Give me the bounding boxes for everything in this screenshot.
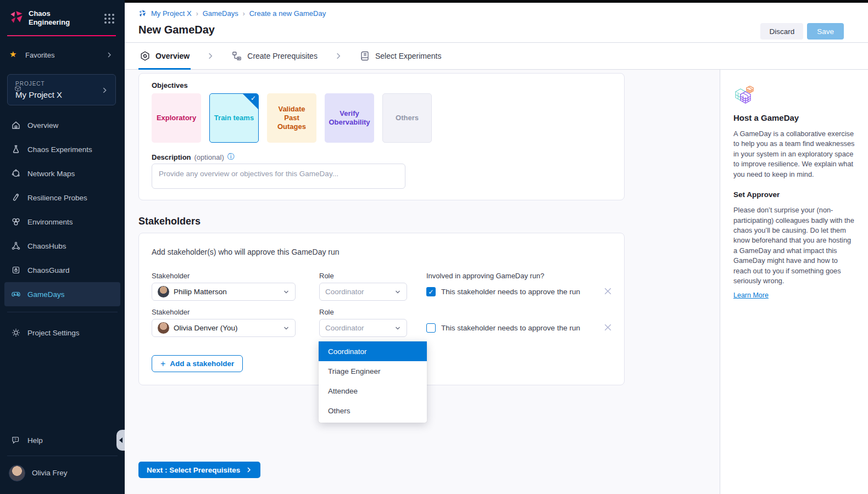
role-select-2[interactable]: Coordinator xyxy=(319,319,407,337)
main-content: Objectives Exploratory Train teams ✓ Val… xyxy=(125,70,720,494)
discard-button[interactable]: Discard xyxy=(760,23,803,40)
breadcrumb-current[interactable]: Create a new GameDay xyxy=(249,9,326,18)
learn-more-link[interactable]: Learn More xyxy=(733,291,769,299)
sidebar-item-overview[interactable]: Overview xyxy=(0,113,125,137)
chevron-right-icon xyxy=(101,87,108,94)
objective-label: Exploratory xyxy=(157,114,196,122)
brand-title: Chaos Engineering xyxy=(29,9,70,26)
sidebar-item-gamedays[interactable]: GameDays xyxy=(4,282,120,306)
role-option-others[interactable]: Others xyxy=(319,401,427,420)
objective-label: Validate Past Outages xyxy=(270,105,314,132)
svg-text:?: ? xyxy=(14,437,16,441)
sidebar-item-chaoshubs[interactable]: ChaosHubs xyxy=(0,234,125,258)
app-grid-icon[interactable] xyxy=(104,14,114,24)
approve-checkbox-row-1[interactable]: ✓ This stakeholder needs to approve the … xyxy=(426,287,580,296)
stakeholders-heading: Stakeholders xyxy=(138,216,201,227)
help-panel-title: Host a GameDay xyxy=(733,113,855,122)
role-value: Coordinator xyxy=(325,324,390,332)
help-panel: Host a GameDay A GameDay is a collaborat… xyxy=(720,70,868,494)
sidebar-item-label: Help xyxy=(27,436,43,445)
help-panel-subtitle: Set Approver xyxy=(733,190,855,199)
role-option-triage-engineer[interactable]: Triage Engineer xyxy=(319,361,427,381)
brand: Chaos Engineering xyxy=(0,9,125,27)
breadcrumb-project[interactable]: My Project X xyxy=(151,9,192,18)
sidebar-item-project-settings[interactable]: Project Settings xyxy=(0,321,125,345)
sidebar-nav: Overview Chaos Experiments Network Maps … xyxy=(0,113,125,318)
sidebar-item-label: Chaos Experiments xyxy=(27,145,92,154)
stakeholder-select-1[interactable]: Philip Matterson xyxy=(152,283,296,301)
network-icon xyxy=(11,169,21,178)
sidebar-item-chaos-experiments[interactable]: Chaos Experiments xyxy=(0,137,125,161)
project-selector[interactable]: PROJECT My Project X xyxy=(7,74,116,105)
involved-column-label: Involved in approving GameDay run? xyxy=(426,272,544,280)
chevron-down-icon xyxy=(394,325,401,332)
star-icon: ★ xyxy=(9,49,16,59)
tab-create-prerequisites[interactable]: Create Prerequisites xyxy=(230,43,319,69)
approve-label: This stakeholder needs to approve the ru… xyxy=(441,324,580,332)
sidebar-item-environments[interactable]: Environments xyxy=(0,210,125,234)
chevron-right-icon xyxy=(207,43,214,69)
role-select-1[interactable]: Coordinator xyxy=(319,283,407,301)
sidebar-item-network-maps[interactable]: Network Maps xyxy=(0,161,125,186)
objective-exploratory[interactable]: Exploratory xyxy=(152,93,201,143)
remove-stakeholder-1-icon[interactable] xyxy=(603,287,613,296)
checkbox-unchecked-icon[interactable] xyxy=(426,323,436,333)
sidebar-item-resilience-probes[interactable]: Resilience Probes xyxy=(0,186,125,210)
sidebar-item-help[interactable]: ? Help xyxy=(0,428,125,452)
sidebar-item-label: Environments xyxy=(27,218,73,226)
role-column-label: Role xyxy=(319,308,334,316)
guard-icon xyxy=(11,265,21,275)
objective-others[interactable]: Others xyxy=(382,93,432,143)
environments-icon xyxy=(11,217,21,227)
sidebar-collapse-handle[interactable] xyxy=(116,430,125,451)
check-icon: ✓ xyxy=(251,94,256,103)
role-dropdown-menu: Coordinator Triage Engineer Attendee Oth… xyxy=(319,341,427,423)
sidebar-item-favorites[interactable]: ★ Favorites xyxy=(0,48,125,63)
role-column-label: Role xyxy=(319,272,334,280)
description-input[interactable] xyxy=(152,164,405,189)
role-option-attendee[interactable]: Attendee xyxy=(319,381,427,401)
next-label: Next : Select Prerequisites xyxy=(147,466,240,474)
checkbox-checked-icon[interactable]: ✓ xyxy=(426,287,436,296)
objective-label: Train teams xyxy=(214,114,254,122)
cubes-stack-icon xyxy=(733,84,756,104)
wizard-steps: Overview Create Prerequisites Select Exp… xyxy=(125,43,868,70)
save-button[interactable]: Save xyxy=(807,23,844,40)
sidebar-item-label: GameDays xyxy=(27,290,65,299)
approve-checkbox-row-2[interactable]: This stakeholder needs to approve the ru… xyxy=(426,323,580,333)
gear-icon xyxy=(11,328,21,338)
add-stakeholder-button[interactable]: + Add a stakeholder xyxy=(152,355,243,372)
sidebar-item-label: Resilience Probes xyxy=(27,194,87,202)
info-icon[interactable]: ⓘ xyxy=(227,152,235,162)
next-button[interactable]: Next : Select Prerequisites xyxy=(138,462,260,478)
objective-train-teams[interactable]: Train teams ✓ xyxy=(209,93,259,143)
tab-overview[interactable]: Overview xyxy=(138,43,191,69)
collapse-icon xyxy=(119,437,123,443)
project-name: My Project X xyxy=(15,90,62,99)
stakeholder-column-label: Stakeholder xyxy=(152,308,190,316)
stakeholder-name: Philip Matterson xyxy=(174,288,279,296)
avatar xyxy=(9,465,25,481)
approve-label: This stakeholder needs to approve the ru… xyxy=(441,288,580,296)
stakeholder-name: Olivia Denver (You) xyxy=(174,324,279,332)
optional-label: (optional) xyxy=(194,153,224,161)
breadcrumb: My Project X › GameDays › Create a new G… xyxy=(138,9,326,18)
stakeholders-intro: Add stakeholder(s) who will approve this… xyxy=(152,248,340,256)
breadcrumb-separator: › xyxy=(196,10,198,18)
tab-label: Overview xyxy=(155,52,190,60)
user-menu[interactable]: Olivia Frey xyxy=(0,464,125,486)
sidebar-item-chaosguard[interactable]: ChaosGuard xyxy=(0,258,125,282)
chaos-logo-icon xyxy=(9,10,24,25)
divider xyxy=(7,456,118,456)
tab-select-experiments[interactable]: Select Experiments xyxy=(358,43,443,69)
stakeholder-select-2[interactable]: Olivia Denver (You) xyxy=(152,319,296,337)
stakeholder-column-label: Stakeholder xyxy=(152,272,190,280)
remove-stakeholder-2-icon[interactable] xyxy=(603,323,613,332)
role-option-coordinator[interactable]: Coordinator xyxy=(319,341,427,361)
objective-label: Others xyxy=(396,114,419,122)
tab-label: Select Experiments xyxy=(375,52,442,60)
hubs-icon xyxy=(11,241,21,251)
objective-validate-past-outages[interactable]: Validate Past Outages xyxy=(267,93,316,143)
objective-verify-observability[interactable]: Verify Obervability xyxy=(325,93,374,143)
breadcrumb-gamedays[interactable]: GameDays xyxy=(203,9,238,18)
